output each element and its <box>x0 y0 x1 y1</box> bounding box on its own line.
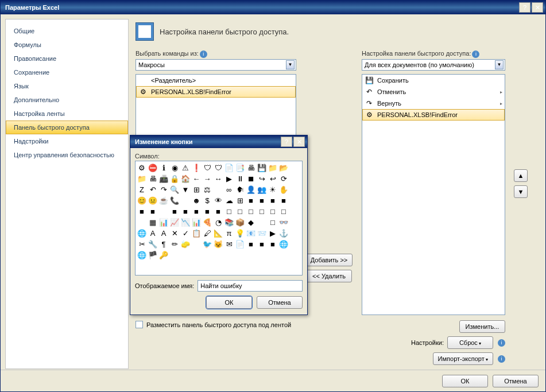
list-item[interactable]: <Разделитель> <box>136 75 296 86</box>
info-icon[interactable]: i <box>472 51 479 58</box>
icon-choice[interactable]: □ <box>278 206 289 216</box>
sidebar-item[interactable]: Дополнительно <box>6 93 128 107</box>
icon-choice[interactable]: 👓 <box>278 217 289 227</box>
subdialog-ok-button[interactable]: ОК <box>206 296 252 309</box>
info-icon[interactable]: i <box>498 339 505 347</box>
icon-choice[interactable]: ◔ <box>213 217 223 227</box>
icon-choice[interactable]: 👥 <box>257 184 267 195</box>
icon-choice[interactable]: $ <box>202 195 212 205</box>
icon-choice[interactable]: ■ <box>246 195 256 205</box>
icon-choice[interactable]: 🌐 <box>137 250 147 260</box>
icon-choice[interactable]: ✏ <box>169 239 180 249</box>
icon-choice[interactable]: □ <box>246 206 256 216</box>
icon-choice[interactable]: A <box>158 228 169 238</box>
icon-choice[interactable] <box>180 195 191 205</box>
icon-choice[interactable]: 😐 <box>148 195 158 205</box>
icon-choice[interactable] <box>158 206 169 216</box>
move-down-button[interactable]: ▼ <box>514 185 528 198</box>
move-up-button[interactable]: ▲ <box>514 169 528 182</box>
info-icon[interactable]: i <box>200 51 207 58</box>
customize-qat-combo[interactable]: Для всех документов (по умолчанию) ▼ <box>362 59 505 71</box>
icon-choice[interactable]: ✕ <box>169 228 180 238</box>
icon-choice[interactable]: 🌐 <box>278 239 289 249</box>
icon-choice[interactable]: 📑 <box>235 162 245 173</box>
icon-choice[interactable]: ■ <box>137 206 147 216</box>
choose-commands-combo[interactable]: Макросы ▼ <box>135 59 296 71</box>
icon-choice[interactable]: ☻ <box>191 195 202 205</box>
reset-button[interactable]: Сброс <box>447 336 493 349</box>
icon-choice[interactable]: 🌐 <box>137 228 147 238</box>
icon-choice[interactable]: 🗣 <box>235 184 245 195</box>
sidebar-item[interactable]: Центр управления безопасностью <box>6 148 128 162</box>
sidebar-item[interactable]: Общие <box>6 24 128 38</box>
icon-choice[interactable]: 📊 <box>191 217 202 227</box>
icon-choice[interactable]: ✓ <box>180 228 191 238</box>
icon-choice[interactable] <box>213 184 223 195</box>
icon-choice[interactable]: ☀ <box>268 184 278 195</box>
import-export-button[interactable]: Импорт-экспорт <box>433 352 493 365</box>
icon-choice[interactable]: 🖊 <box>202 228 212 238</box>
modify-button[interactable]: Изменить... <box>459 320 505 333</box>
icon-choice[interactable]: ¶ <box>158 239 169 249</box>
icon-choice[interactable]: 🏴 <box>148 250 158 260</box>
icon-choice[interactable]: Z <box>137 184 147 195</box>
show-below-ribbon-checkbox[interactable] <box>135 321 143 328</box>
icon-choice[interactable]: ⟳ <box>278 173 289 184</box>
icon-choice[interactable]: 📦 <box>235 217 245 227</box>
icon-choice[interactable]: □ <box>257 206 267 216</box>
icon-choice[interactable]: 📈 <box>169 217 180 227</box>
icon-choice[interactable]: ↩ <box>268 173 278 184</box>
icon-choice[interactable] <box>191 239 202 249</box>
icon-picker[interactable]: ⚙⛔ℹ◉⚠❗🛡🛡📄📑🖶💾📁📂📁🖶📠🔒🏠←→↔▶⏸⏹↪↩⟳Z↶↷🔍▼⊞⚖∞🗣👤👥☀… <box>135 161 303 275</box>
list-item[interactable]: ↶Отменить▸ <box>362 86 505 98</box>
icon-choice[interactable]: A <box>148 228 158 238</box>
icon-choice[interactable]: 👁 <box>213 195 223 205</box>
icon-choice[interactable]: 📁 <box>268 162 278 173</box>
icon-choice[interactable]: ⏹ <box>246 173 256 184</box>
icon-choice[interactable]: 👤 <box>246 184 256 195</box>
icon-choice[interactable]: 🏠 <box>180 173 191 184</box>
sidebar-item[interactable]: Правописание <box>6 52 128 65</box>
icon-choice[interactable]: ■ <box>213 206 223 216</box>
sidebar-item[interactable]: Настройка ленты <box>6 107 128 121</box>
icon-choice[interactable]: ❗ <box>191 162 202 173</box>
sidebar-item[interactable]: Формулы <box>6 38 128 52</box>
icon-choice[interactable]: 🛡 <box>202 162 212 173</box>
icon-choice[interactable]: 📄 <box>224 162 234 173</box>
icon-choice[interactable]: ▶ <box>268 228 278 238</box>
icon-choice[interactable]: ⚓ <box>278 228 289 238</box>
sidebar-item[interactable]: Панель быстрого доступа <box>6 121 128 134</box>
add-button[interactable]: Добавить >> <box>305 254 353 266</box>
sidebar-item[interactable]: Сохранение <box>6 65 128 79</box>
icon-choice[interactable]: ✋ <box>278 184 289 195</box>
remove-button[interactable]: << Удалить <box>306 270 352 282</box>
icon-choice[interactable]: ⚙ <box>137 162 147 173</box>
icon-choice[interactable]: □ <box>224 206 234 216</box>
icon-choice[interactable]: 💡 <box>235 228 245 238</box>
subdialog-close-button[interactable]: ✕ <box>293 137 305 147</box>
icon-choice[interactable]: 😊 <box>137 195 147 205</box>
icon-choice[interactable]: □ <box>235 206 245 216</box>
icon-choice[interactable]: 📉 <box>180 217 191 227</box>
subdialog-help-button[interactable]: ? <box>281 137 292 147</box>
icon-choice[interactable]: ■ <box>180 206 191 216</box>
icon-choice[interactable]: ☕ <box>158 195 169 205</box>
icon-choice[interactable]: 📧 <box>246 228 256 238</box>
list-item[interactable]: ↷Вернуть▸ <box>362 98 505 109</box>
cancel-button[interactable]: Отмена <box>493 375 539 387</box>
ok-button[interactable]: ОК <box>442 375 488 387</box>
icon-choice[interactable]: 🔒 <box>169 173 180 184</box>
icon-choice[interactable]: 📄 <box>235 239 245 249</box>
icon-choice[interactable]: 🖶 <box>148 173 158 184</box>
help-button[interactable]: ? <box>519 2 530 13</box>
icon-choice[interactable]: ■ <box>268 195 278 205</box>
icon-choice[interactable]: ∞ <box>224 184 234 195</box>
icon-choice[interactable]: ▦ <box>148 217 158 227</box>
icon-choice[interactable]: ▶ <box>224 173 234 184</box>
icon-choice[interactable]: 📊 <box>158 217 169 227</box>
icon-choice[interactable]: ⊞ <box>235 195 245 205</box>
icon-choice[interactable]: ■ <box>191 206 202 216</box>
icon-choice[interactable]: ■ <box>268 239 278 249</box>
subdialog-cancel-button[interactable]: Отмена <box>257 296 303 309</box>
icon-choice[interactable]: 🍕 <box>202 217 212 227</box>
